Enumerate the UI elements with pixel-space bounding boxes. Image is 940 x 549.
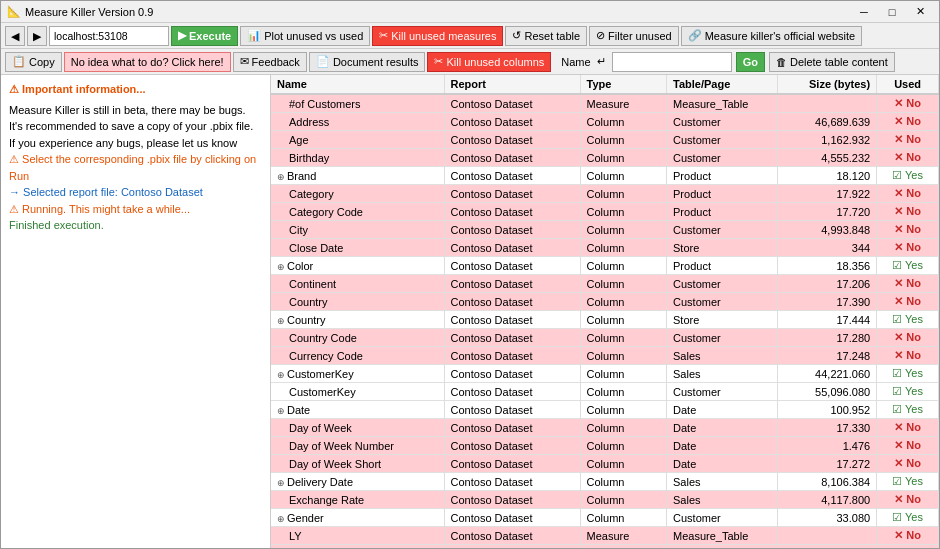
x-mark: ✕ No [894,223,921,235]
x-mark: ✕ No [894,421,921,433]
col-header-table[interactable]: Table/Page [667,75,778,94]
x-mark: ✕ No [894,187,921,199]
filter-unused-button[interactable]: ⊘ Filter unused [589,26,679,46]
toolbar-1: ◀ ▶ ▶ Execute 📊 Plot unused vs used ✂ Ki… [1,23,939,49]
cell-type: Column [580,257,667,275]
cell-table: Date [667,455,778,473]
cell-used: ☑ Yes [877,509,939,527]
cell-type: Column [580,383,667,401]
table-row: Day of Week Number Contoso Dataset Colum… [271,437,939,455]
table-row: ⊕Date Contoso Dataset Column Date 100.95… [271,401,939,419]
cell-used: ✕ No [877,527,939,545]
cell-report: Contoso Dataset [444,203,580,221]
no-idea-button[interactable]: No idea what to do? Click here! [64,52,231,72]
cell-name: Country [271,293,444,311]
col-header-report[interactable]: Report [444,75,580,94]
delete-table-button[interactable]: 🗑 Delete table content [769,52,895,72]
cell-type: Column [580,311,667,329]
feedback-button[interactable]: ✉ Feedback [233,52,307,72]
expand-icon[interactable]: ⊕ [277,478,285,488]
expand-icon[interactable]: ⊕ [277,406,285,416]
forward-button[interactable]: ▶ [27,26,47,46]
document-results-button[interactable]: 📄 Document results [309,52,426,72]
col-header-type[interactable]: Type [580,75,667,94]
cell-report: Contoso Dataset [444,473,580,491]
sidebar-line-1: Measure Killer is still in beta, there m… [9,102,262,119]
check-mark: ☑ Yes [892,259,923,271]
col-header-size[interactable]: Size (bytes) [778,75,877,94]
cell-type: Column [580,203,667,221]
table-container[interactable]: Name Report Type Table/Page Size (bytes)… [271,75,939,549]
cell-name: Close Date [271,239,444,257]
kill-unused-measures-button[interactable]: ✂ Kill unused measures [372,26,503,46]
cell-table: Product [667,203,778,221]
cell-table: Measure_Table [667,94,778,113]
check-mark: ☑ Yes [892,511,923,523]
col-header-name[interactable]: Name [271,75,444,94]
cell-report: Contoso Dataset [444,383,580,401]
cell-report: Contoso Dataset [444,293,580,311]
cell-size: 18.120 [778,167,877,185]
expand-icon[interactable]: ⊕ [277,514,285,524]
cell-used: ✕ No [877,203,939,221]
cell-used: ✕ No [877,545,939,550]
cell-used: ✕ No [877,293,939,311]
cell-used: ✕ No [877,131,939,149]
cell-type: Column [580,293,667,311]
check-mark: ☑ Yes [892,169,923,181]
sidebar-finished: Finished execution. [9,217,262,234]
close-button[interactable]: ✕ [907,4,933,20]
cell-used: ✕ No [877,94,939,113]
col-header-used[interactable]: Used [877,75,939,94]
arrow-label: ↵ [597,55,606,68]
cell-size: 344 [778,239,877,257]
check-mark: ☑ Yes [892,367,923,379]
cell-name: Day of Week [271,419,444,437]
cell-name: ⊕Color [271,257,444,275]
x-mark: ✕ No [894,205,921,217]
cell-name: City [271,221,444,239]
cell-type: Column [580,347,667,365]
cell-name: Age [271,131,444,149]
cell-size [778,94,877,113]
cell-report: Contoso Dataset [444,185,580,203]
cell-type: Column [580,167,667,185]
cell-table: Sales [667,545,778,550]
cell-table: Customer [667,383,778,401]
cell-size: 4,993.848 [778,221,877,239]
cell-used: ✕ No [877,185,939,203]
expand-icon[interactable]: ⊕ [277,370,285,380]
cell-type: Column [580,545,667,550]
table-row: Continent Contoso Dataset Column Custome… [271,275,939,293]
url-input[interactable] [49,26,169,46]
expand-icon[interactable]: ⊕ [277,262,285,272]
cell-table: Store [667,239,778,257]
x-mark: ✕ No [894,241,921,253]
expand-icon[interactable]: ⊕ [277,172,285,182]
cell-table: Product [667,257,778,275]
table-row: Day of Week Contoso Dataset Column Date … [271,419,939,437]
reset-table-button[interactable]: ↺ Reset table [505,26,587,46]
back-button[interactable]: ◀ [5,26,25,46]
copy-button[interactable]: 📋 Copy [5,52,62,72]
plot-icon: 📊 [247,29,261,42]
execute-button[interactable]: ▶ Execute [171,26,238,46]
cell-type: Column [580,401,667,419]
warning-icon-3: ⚠ [9,203,19,215]
cell-used: ☑ Yes [877,167,939,185]
plot-button[interactable]: 📊 Plot unused vs used [240,26,370,46]
go-button[interactable]: Go [736,52,765,72]
cell-table: Product [667,185,778,203]
x-mark: ✕ No [894,295,921,307]
minimize-button[interactable]: ─ [851,4,877,20]
name-input[interactable] [612,52,732,72]
maximize-button[interactable]: □ [879,4,905,20]
cell-table: Customer [667,221,778,239]
check-mark: ☑ Yes [892,403,923,415]
cell-size: 17.248 [778,347,877,365]
app-icon: 📐 [7,5,21,18]
official-website-button[interactable]: 🔗 Measure killer's official website [681,26,862,46]
cell-table: Sales [667,365,778,383]
kill-unused-columns-button[interactable]: ✂ Kill unused columns [427,52,551,72]
expand-icon[interactable]: ⊕ [277,316,285,326]
